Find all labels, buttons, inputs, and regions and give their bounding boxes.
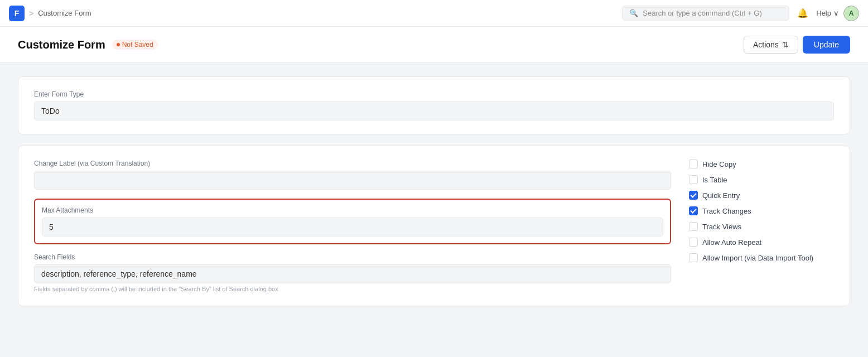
checkbox-row-quick_entry[interactable]: Quick Entry	[689, 191, 834, 200]
checkbox-label-is_table: Is Table	[702, 176, 727, 184]
breadcrumb-text: Customize Form	[38, 9, 91, 17]
checkbox-hide_copy[interactable]	[689, 160, 698, 168]
options-right-col: Hide CopyIs TableQuick EntryTrack Change…	[689, 160, 834, 292]
notifications-bell[interactable]: 🔔	[794, 4, 812, 22]
search-fields-hint: Fields separated by comma (,) will be in…	[34, 286, 671, 292]
checkbox-row-track_views[interactable]: Track Views	[689, 222, 834, 231]
checkbox-quick_entry[interactable]	[689, 191, 698, 200]
checkbox-track_views[interactable]	[689, 222, 698, 231]
actions-label: Actions	[753, 40, 779, 49]
actions-button[interactable]: Actions ⇅	[744, 36, 798, 54]
actions-icon: ⇅	[782, 40, 789, 49]
checkbox-row-hide_copy[interactable]: Hide Copy	[689, 160, 834, 168]
not-saved-dot	[117, 43, 120, 46]
global-search[interactable]: 🔍 Search or type a command (Ctrl + G)	[622, 6, 789, 21]
checkbox-row-allow_import[interactable]: Allow Import (via Data Import Tool)	[689, 253, 834, 262]
update-button[interactable]: Update	[803, 36, 850, 54]
search-fields-input[interactable]	[34, 264, 671, 283]
search-icon: 🔍	[629, 9, 638, 17]
main-content: Enter Form Type Change Label (via Custom…	[0, 63, 868, 320]
help-label: Help	[816, 9, 831, 17]
max-attachments-group: Max Attachments	[34, 199, 671, 244]
search-placeholder-text: Search or type a command (Ctrl + G)	[643, 9, 762, 17]
options-card: Change Label (via Custom Translation) Ma…	[18, 146, 850, 306]
checkbox-label-allow_auto_repeat: Allow Auto Repeat	[702, 238, 761, 247]
checkbox-label-allow_import: Allow Import (via Data Import Tool)	[702, 254, 813, 262]
checkbox-allow_auto_repeat[interactable]	[689, 238, 698, 247]
page-header-right: Actions ⇅ Update	[744, 36, 850, 54]
topnav: F > Customize Form 🔍 Search or type a co…	[0, 0, 868, 27]
checkbox-label-quick_entry: Quick Entry	[702, 191, 740, 200]
page-header: Customize Form Not Saved Actions ⇅ Updat…	[0, 27, 868, 63]
form-type-input[interactable]	[34, 102, 834, 120]
checkbox-label-hide_copy: Hide Copy	[702, 160, 736, 168]
checkbox-allow_import[interactable]	[689, 253, 698, 262]
checkbox-label-track_views: Track Views	[702, 223, 741, 231]
search-fields-group: Search Fields Fields separated by comma …	[34, 253, 671, 292]
checkbox-label-track_changes: Track Changes	[702, 207, 751, 215]
checkbox-row-track_changes[interactable]: Track Changes	[689, 206, 834, 215]
options-two-col: Change Label (via Custom Translation) Ma…	[34, 160, 834, 292]
change-label-field: Change Label (via Custom Translation)	[34, 160, 671, 190]
checkbox-row-is_table[interactable]: Is Table	[689, 175, 834, 184]
search-fields-label: Search Fields	[34, 253, 671, 261]
checkbox-is_table[interactable]	[689, 175, 698, 184]
page-header-left: Customize Form Not Saved	[18, 38, 158, 51]
checkbox-track_changes[interactable]	[689, 206, 698, 215]
change-label-label: Change Label (via Custom Translation)	[34, 160, 671, 167]
not-saved-badge: Not Saved	[112, 40, 158, 50]
page-title: Customize Form	[18, 38, 105, 51]
update-label: Update	[814, 40, 839, 49]
chevron-down-icon: ∨	[833, 9, 839, 17]
options-left-col: Change Label (via Custom Translation) Ma…	[34, 160, 671, 292]
bell-icon: 🔔	[797, 8, 808, 18]
checkbox-row-allow_auto_repeat[interactable]: Allow Auto Repeat	[689, 238, 834, 247]
user-avatar[interactable]: A	[843, 6, 859, 21]
form-type-card: Enter Form Type	[18, 76, 850, 134]
max-attachments-input[interactable]	[42, 218, 663, 237]
form-type-label: Enter Form Type	[34, 90, 834, 98]
not-saved-label: Not Saved	[122, 41, 153, 49]
breadcrumb-separator: >	[29, 9, 33, 18]
max-attachments-label: Max Attachments	[42, 206, 663, 214]
change-label-input[interactable]	[34, 171, 671, 190]
help-menu[interactable]: Help ∨	[816, 9, 839, 17]
app-logo[interactable]: F	[9, 6, 25, 21]
